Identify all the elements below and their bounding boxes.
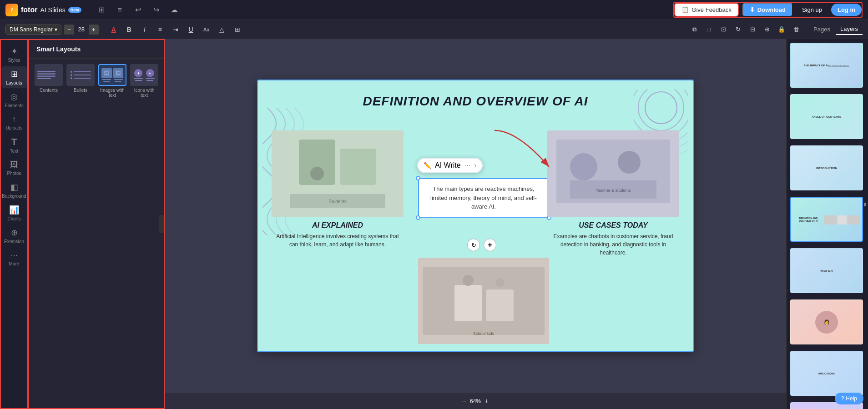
arrange-button[interactable]: ⊟ (746, 23, 759, 36)
layout-bullets[interactable]: Bullets (66, 64, 95, 98)
download-label: Download (757, 6, 786, 13)
top-nav: f fotor AI Slides Beta ⊞ ≡ ↩ ↪ ☁ 📋 Give … (0, 0, 868, 20)
undo-button[interactable]: ↩ (131, 3, 145, 17)
text-refresh-button[interactable]: ↻ (467, 239, 480, 251)
sidebar-item-elements[interactable]: ◎ Elements (1, 89, 27, 111)
svg-point-10 (310, 167, 324, 180)
align-button[interactable]: ≡ (154, 23, 167, 36)
zoom-out-button[interactable]: − (462, 397, 466, 405)
fotor-logo[interactable]: f (5, 4, 18, 16)
font-size-increase[interactable]: + (89, 25, 99, 35)
delete-button[interactable]: 🗑 (790, 23, 802, 36)
slide-thumb-6[interactable]: 👩 (790, 299, 863, 344)
slide-img-left[interactable]: Students (272, 130, 404, 217)
help-button[interactable]: ? Help (835, 393, 863, 404)
slide-thumb-row-1: THE IMPACT OF AI On modern business 1 (790, 43, 864, 91)
layout-icons-text-thumb[interactable]: ✦ ✦ (130, 64, 158, 86)
ai-write-icon: ✏️ (424, 162, 431, 169)
sidebar-item-background[interactable]: ◧ Background (1, 180, 27, 201)
panel-collapse-button[interactable]: › (159, 215, 165, 233)
give-feedback-button[interactable]: 📋 Give Feedback (674, 3, 738, 17)
layout-bullets-thumb[interactable] (66, 64, 95, 86)
slide-thumb-7[interactable]: IMPLICATIONS (790, 351, 863, 396)
texture-button[interactable]: ⊞ (231, 23, 244, 36)
sidebar-item-text[interactable]: T Text (1, 134, 27, 156)
signup-button[interactable]: Sign up (797, 4, 828, 16)
highlight-button[interactable]: △ (216, 23, 228, 36)
underline-button[interactable]: U (185, 23, 197, 36)
text-color-button[interactable]: A (107, 23, 120, 36)
rotate-button[interactable]: ↻ (732, 23, 744, 36)
toolbar: DM Sans Regular ▾ − 28 + A B I ≡ ⇥ U Aa … (0, 20, 868, 39)
help-icon: ? (841, 395, 844, 402)
sidebar-item-extension[interactable]: ⊕ Extension (1, 225, 27, 247)
right-col-body: Examples are chatbots in customer servic… (547, 232, 679, 257)
indent-button[interactable]: ⇥ (169, 23, 182, 36)
slide-title[interactable]: DEFINITION AND OVERVIEW OF AI (363, 94, 588, 109)
svg-point-17 (463, 275, 474, 286)
tab-pages[interactable]: Pages (809, 24, 835, 35)
layout-images-text-thumb[interactable]: 🖼 🖼 (98, 64, 126, 86)
handle-tl[interactable] (416, 176, 420, 180)
slide-num-8: 8 (863, 202, 866, 207)
handle-bl[interactable] (416, 215, 420, 220)
charts-icon: 📊 (9, 205, 19, 215)
slide-thumb-4[interactable]: DEFINITION AND OVERVIEW OF AI (790, 197, 863, 242)
case-button[interactable]: Aa (200, 23, 213, 36)
slide-canvas[interactable]: DEFINITION AND OVERVIEW OF AI ✏️ AI Writ… (257, 80, 694, 352)
sidebar-item-layouts[interactable]: ⊞ Layouts (1, 66, 27, 88)
charts-label: Charts (7, 216, 20, 221)
nav-right-actions: 📋 Give Feedback ⬇ Download Sign up Log i… (673, 2, 863, 18)
layouts-icon: ⊞ (11, 69, 18, 79)
font-family-select[interactable]: DM Sans Regular ▾ (5, 25, 61, 35)
zoom-level: 64% (470, 398, 481, 404)
pages-layers-tabs: Pages Layers (809, 24, 863, 35)
cloud-save-button[interactable]: ☁ (167, 3, 181, 17)
redo-button[interactable]: ↪ (149, 3, 163, 17)
sidebar-item-uploads[interactable]: ↑ Uploads (1, 112, 27, 133)
right-col-subtitle: USE CASES TODAY (547, 221, 679, 229)
slide-thumb-5[interactable]: WHAT IS AI (790, 248, 863, 293)
slide-thumb-1[interactable]: THE IMPACT OF AI On modern business (790, 43, 863, 88)
layout-images-text[interactable]: 🖼 🖼 Images with text (98, 64, 126, 98)
italic-button[interactable]: I (138, 23, 151, 36)
sidebar-item-charts[interactable]: 📊 Charts (1, 202, 27, 224)
tab-layers[interactable]: Layers (836, 24, 863, 35)
layout-contents-thumb[interactable] (35, 64, 63, 86)
layout-icons-text[interactable]: ✦ ✦ Icons with text (130, 64, 158, 98)
grid-button[interactable]: ⊞ (95, 3, 108, 17)
crop-button[interactable]: ⊡ (717, 23, 730, 36)
duplicate-button[interactable]: □ (702, 23, 715, 36)
copy-style-button[interactable]: ⧉ (688, 23, 701, 36)
sidebar-item-styles[interactable]: ✦ Styles (1, 44, 27, 65)
bold-button[interactable]: B (123, 23, 136, 36)
slide-thumb-3[interactable]: INTRODUCTION (790, 145, 863, 190)
left-col-subtitle: AI EXPLAINED (272, 221, 404, 229)
slide-thumb-2[interactable]: TABLE OF CONTENTS (790, 94, 863, 139)
layout-contents[interactable]: Contents (35, 64, 63, 98)
slide-col-left: Students AI EXPLAINED Artificial Intelli… (272, 130, 404, 249)
sidebar-item-photos[interactable]: 🖼 Photos (1, 157, 27, 179)
lock-button[interactable]: 🔒 (775, 23, 788, 36)
canvas-scroll[interactable]: DEFINITION AND OVERVIEW OF AI ✏️ AI Writ… (165, 39, 786, 393)
font-size-decrease[interactable]: − (64, 25, 74, 35)
main-layout: ✦ Styles ⊞ Layouts ◎ Elements ↑ Uploads … (0, 39, 868, 409)
font-size-control: − 28 + (64, 25, 99, 35)
slide-thumb-5-inner: WHAT IS AI (791, 249, 862, 292)
slide-img-center[interactable]: School kids (418, 258, 549, 344)
zoom-in-button[interactable]: + (484, 397, 489, 405)
nav-divider (88, 5, 88, 15)
layers-button[interactable]: ⊕ (761, 23, 773, 36)
canvas-area: DEFINITION AND OVERVIEW OF AI ✏️ AI Writ… (165, 39, 786, 409)
login-button[interactable]: Log in (831, 4, 862, 16)
text-add-button[interactable]: + (484, 239, 496, 251)
text-icon: T (11, 137, 17, 147)
brand-name: fotor (21, 6, 37, 14)
elements-label: Elements (5, 103, 24, 108)
sidebar-item-more[interactable]: ··· More (1, 248, 27, 269)
extension-icon: ⊕ (11, 228, 18, 238)
download-button[interactable]: ⬇ Download (742, 3, 793, 17)
svg-rect-16 (486, 289, 514, 321)
menu-button[interactable]: ≡ (113, 3, 126, 17)
ai-write-popup[interactable]: ✏️ AI Write ··· › (417, 158, 483, 173)
